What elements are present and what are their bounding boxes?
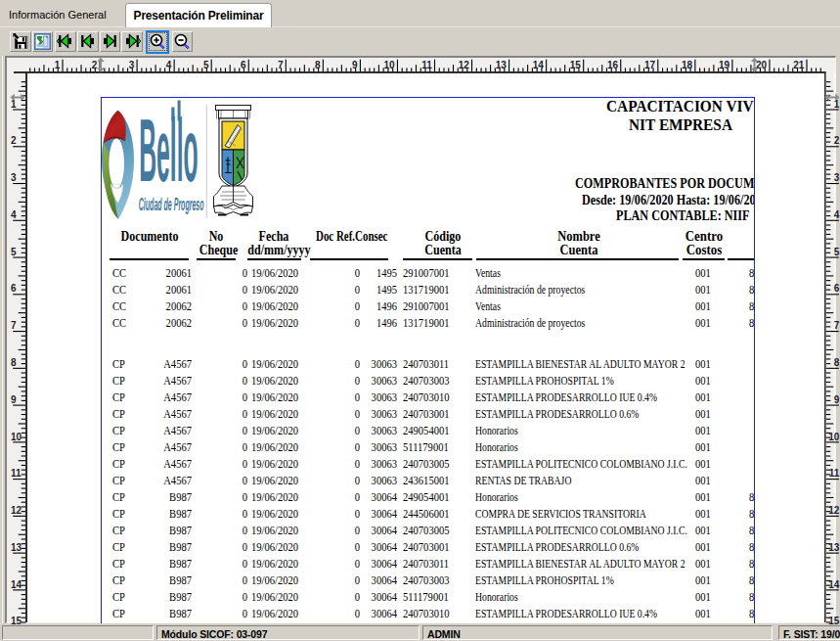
svg-text:7: 7 [834, 320, 840, 331]
svg-text:9: 9 [11, 394, 17, 405]
svg-text:8: 8 [315, 60, 321, 70]
svg-text:1: 1 [55, 60, 61, 70]
svg-text:1: 1 [834, 99, 840, 110]
svg-text:9: 9 [352, 60, 358, 70]
svg-text:2: 2 [92, 60, 98, 70]
svg-text:13: 13 [496, 60, 508, 70]
svg-text:7: 7 [278, 60, 284, 70]
svg-text:3: 3 [834, 172, 840, 183]
svg-text:20: 20 [756, 60, 768, 70]
svg-text:8: 8 [834, 357, 840, 368]
svg-text:8: 8 [11, 357, 17, 368]
svg-text:14: 14 [828, 579, 840, 590]
svg-text:3: 3 [129, 60, 135, 70]
svg-text:4: 4 [11, 209, 17, 220]
svg-text:15: 15 [570, 60, 582, 70]
svg-text:17: 17 [644, 60, 656, 70]
svg-text:10: 10 [11, 432, 22, 442]
svg-text:10: 10 [828, 432, 840, 442]
svg-text:6: 6 [241, 60, 246, 70]
svg-text:10: 10 [384, 60, 396, 70]
svg-text:6: 6 [834, 283, 840, 294]
svg-text:7: 7 [11, 320, 17, 331]
svg-text:11: 11 [829, 468, 840, 479]
svg-text:19: 19 [719, 60, 730, 70]
svg-text:14: 14 [533, 60, 545, 70]
svg-text:11: 11 [11, 468, 22, 479]
svg-text:13: 13 [828, 542, 840, 553]
svg-text:5: 5 [203, 60, 209, 70]
svg-text:12: 12 [459, 60, 470, 70]
svg-text:3: 3 [11, 172, 17, 183]
svg-text:4: 4 [834, 209, 840, 220]
svg-text:12: 12 [828, 505, 840, 516]
svg-text:5: 5 [834, 247, 840, 257]
svg-text:5: 5 [11, 247, 17, 257]
svg-text:16: 16 [607, 60, 619, 70]
svg-text:2: 2 [11, 135, 17, 146]
svg-text:18: 18 [682, 60, 693, 70]
svg-text:9: 9 [834, 394, 840, 405]
svg-text:12: 12 [11, 505, 22, 516]
svg-text:2: 2 [834, 135, 840, 146]
svg-text:6: 6 [11, 283, 17, 294]
svg-text:14: 14 [11, 579, 22, 590]
svg-text:13: 13 [11, 542, 22, 553]
svg-text:11: 11 [421, 60, 432, 70]
svg-text:21: 21 [793, 60, 805, 70]
svg-text:4: 4 [166, 60, 172, 70]
